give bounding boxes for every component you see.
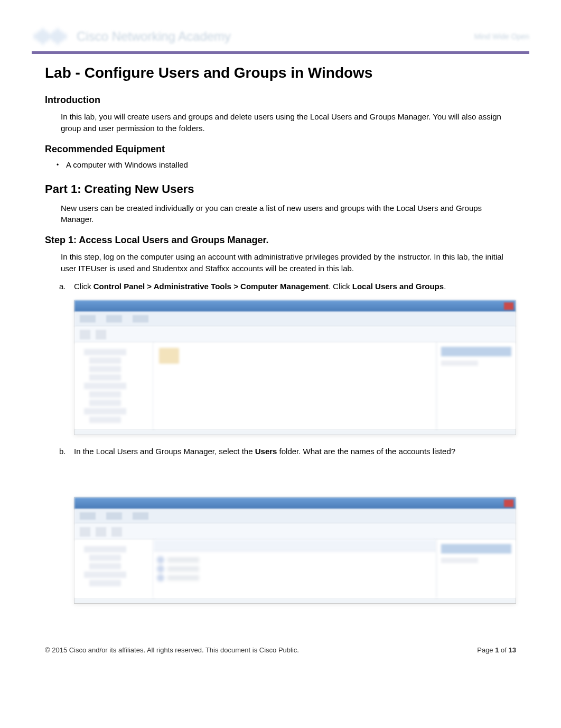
page-number: Page 1 of 13 xyxy=(477,646,516,654)
user-icon xyxy=(157,565,164,573)
step1-a-post: . xyxy=(444,282,446,291)
window-toolbar-2 xyxy=(74,524,516,540)
step1-a-bold1: Control Panel > Administrative Tools > C… xyxy=(94,282,329,291)
equipment-heading: Recommended Equipment xyxy=(45,144,529,155)
svg-rect-4 xyxy=(49,34,51,39)
copyright-text: © 2015 Cisco and/or its affiliates. All … xyxy=(45,646,299,654)
center-panel xyxy=(154,343,436,429)
actions-panel-2 xyxy=(436,540,516,598)
cisco-logo-icon xyxy=(32,26,69,47)
step1-a-pre: Click xyxy=(74,282,94,291)
tree-panel-2 xyxy=(74,540,154,598)
page-title: Lab - Configure Users and Groups in Wind… xyxy=(45,64,529,81)
center-panel-2 xyxy=(154,540,436,598)
svg-rect-6 xyxy=(57,29,59,44)
step1-b-pre: In the Local Users and Groups Manager, s… xyxy=(74,447,255,456)
tree-panel xyxy=(74,343,154,429)
page-header: Cisco Networking Academy Mind Wide Open xyxy=(32,21,529,54)
window-menu xyxy=(74,312,516,327)
svg-rect-2 xyxy=(42,29,44,44)
close-icon xyxy=(504,302,513,310)
svg-rect-7 xyxy=(60,31,62,42)
status-bar-2 xyxy=(74,598,516,603)
actions-panel xyxy=(436,343,516,429)
svg-rect-8 xyxy=(64,34,66,39)
close-icon xyxy=(504,500,513,507)
step1-a-bold2: Local Users and Groups xyxy=(352,282,444,291)
equipment-item: A computer with Windows installed xyxy=(66,160,516,169)
list-marker-b: b. xyxy=(59,446,66,457)
intro-heading: Introduction xyxy=(45,95,529,106)
step1-a-mid: . Click xyxy=(329,282,352,291)
step1-b-bold1: Users xyxy=(255,447,277,456)
list-marker-a: a. xyxy=(59,281,66,292)
screenshot-computer-management xyxy=(74,300,516,435)
page-footer: © 2015 Cisco and/or its affiliates. All … xyxy=(32,646,529,654)
svg-rect-1 xyxy=(38,31,40,42)
step1-item-b: b. In the Local Users and Groups Manager… xyxy=(74,446,516,457)
logo-area: Cisco Networking Academy xyxy=(32,26,231,47)
intro-text: In this lab, you will create users and g… xyxy=(61,111,516,134)
step1-intro: In this step, log on the computer using … xyxy=(61,251,516,274)
user-icon xyxy=(157,556,164,564)
part1-heading: Part 1: Creating New Users xyxy=(45,182,529,196)
header-tagline: Mind Wide Open xyxy=(474,32,529,41)
svg-rect-3 xyxy=(45,31,48,42)
screenshot-users-folder xyxy=(74,497,516,604)
folder-icon xyxy=(159,348,179,364)
window-toolbar xyxy=(74,327,516,343)
part1-intro: New users can be created individually or… xyxy=(61,202,516,226)
step1-b-post: folder. What are the names of the accoun… xyxy=(277,447,455,456)
window-titlebar-2 xyxy=(74,497,516,509)
user-icon xyxy=(157,574,164,582)
window-titlebar xyxy=(74,300,516,312)
svg-rect-5 xyxy=(53,31,55,42)
svg-rect-0 xyxy=(34,34,36,39)
academy-name: Cisco Networking Academy xyxy=(77,29,231,44)
step1-item-a: a. Click Control Panel > Administrative … xyxy=(74,281,516,292)
status-bar xyxy=(74,429,516,435)
window-menu-2 xyxy=(74,509,516,524)
step1-heading: Step 1: Access Local Users and Groups Ma… xyxy=(45,235,529,246)
